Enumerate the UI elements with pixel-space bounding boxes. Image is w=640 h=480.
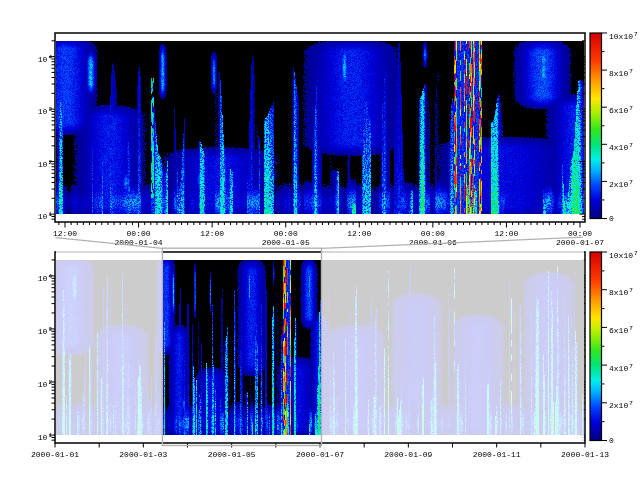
zoom-region-box[interactable] — [162, 248, 321, 445]
zoom-connector-right — [322, 237, 583, 248]
spectrogram-figure: 10410310210110410310210112:0000:002000-0… — [0, 0, 640, 480]
zoom-annotation-layer — [0, 0, 640, 480]
zoom-connector-left — [56, 238, 163, 249]
